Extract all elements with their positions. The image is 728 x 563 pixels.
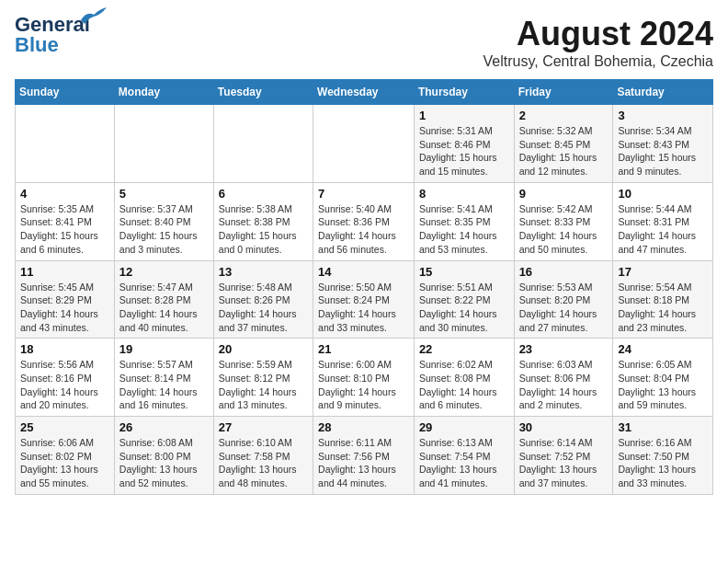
day-info: Sunrise: 5:47 AM Sunset: 8:28 PM Dayligh…	[119, 281, 209, 335]
day-number: 29	[419, 420, 509, 434]
day-of-week-header: Sunday	[16, 80, 115, 105]
calendar-cell: 5Sunrise: 5:37 AM Sunset: 8:40 PM Daylig…	[114, 182, 213, 260]
day-info: Sunrise: 6:03 AM Sunset: 8:06 PM Dayligh…	[519, 358, 609, 412]
day-number: 24	[618, 342, 708, 356]
day-number: 22	[419, 342, 509, 356]
day-info: Sunrise: 6:05 AM Sunset: 8:04 PM Dayligh…	[618, 358, 708, 412]
day-number: 12	[119, 265, 209, 279]
day-info: Sunrise: 6:02 AM Sunset: 8:08 PM Dayligh…	[419, 358, 509, 412]
day-info: Sunrise: 6:08 AM Sunset: 8:00 PM Dayligh…	[119, 436, 209, 490]
calendar-cell	[213, 105, 313, 183]
day-number: 16	[519, 265, 609, 279]
calendar-cell: 28Sunrise: 6:11 AM Sunset: 7:56 PM Dayli…	[313, 417, 415, 495]
day-number: 3	[618, 109, 708, 122]
day-number: 8	[419, 187, 509, 201]
day-info: Sunrise: 5:34 AM Sunset: 8:43 PM Dayligh…	[618, 124, 708, 178]
day-info: Sunrise: 5:59 AM Sunset: 8:12 PM Dayligh…	[219, 358, 308, 412]
calendar-cell	[313, 105, 415, 183]
day-number: 26	[119, 420, 209, 434]
calendar-week-row: 25Sunrise: 6:06 AM Sunset: 8:02 PM Dayli…	[16, 417, 713, 495]
logo-bird-icon	[81, 7, 107, 24]
day-info: Sunrise: 5:51 AM Sunset: 8:22 PM Dayligh…	[419, 281, 509, 335]
logo: General Blue	[15, 15, 90, 55]
day-info: Sunrise: 5:45 AM Sunset: 8:29 PM Dayligh…	[20, 281, 109, 335]
calendar-cell: 22Sunrise: 6:02 AM Sunset: 8:08 PM Dayli…	[414, 339, 514, 417]
day-number: 28	[318, 420, 409, 434]
day-info: Sunrise: 5:54 AM Sunset: 8:18 PM Dayligh…	[618, 281, 708, 335]
calendar-cell: 6Sunrise: 5:38 AM Sunset: 8:38 PM Daylig…	[213, 182, 313, 260]
calendar-cell: 23Sunrise: 6:03 AM Sunset: 8:06 PM Dayli…	[514, 339, 613, 417]
day-number: 2	[519, 109, 609, 122]
day-info: Sunrise: 6:00 AM Sunset: 8:10 PM Dayligh…	[318, 358, 409, 412]
day-of-week-header: Friday	[514, 80, 613, 105]
calendar-week-row: 18Sunrise: 5:56 AM Sunset: 8:16 PM Dayli…	[16, 339, 713, 417]
calendar-cell: 17Sunrise: 5:54 AM Sunset: 8:18 PM Dayli…	[613, 260, 713, 339]
calendar-cell: 25Sunrise: 6:06 AM Sunset: 8:02 PM Dayli…	[16, 417, 115, 495]
day-number: 23	[519, 342, 609, 356]
day-info: Sunrise: 5:56 AM Sunset: 8:16 PM Dayligh…	[20, 358, 109, 412]
day-number: 9	[519, 187, 609, 201]
day-info: Sunrise: 5:32 AM Sunset: 8:45 PM Dayligh…	[519, 124, 609, 178]
day-number: 21	[318, 342, 409, 356]
page-header: General Blue August 2024 Veltrusy, Centr…	[15, 15, 713, 70]
calendar-subtitle: Veltrusy, Central Bohemia, Czechia	[483, 53, 713, 70]
calendar-header-row: SundayMondayTuesdayWednesdayThursdayFrid…	[16, 80, 713, 105]
day-number: 5	[119, 187, 209, 201]
day-of-week-header: Wednesday	[313, 80, 415, 105]
calendar-cell: 2Sunrise: 5:32 AM Sunset: 8:45 PM Daylig…	[514, 105, 613, 183]
calendar-cell: 11Sunrise: 5:45 AM Sunset: 8:29 PM Dayli…	[16, 260, 115, 339]
calendar-cell: 9Sunrise: 5:42 AM Sunset: 8:33 PM Daylig…	[514, 182, 613, 260]
day-number: 15	[419, 265, 509, 279]
calendar-cell: 15Sunrise: 5:51 AM Sunset: 8:22 PM Dayli…	[414, 260, 514, 339]
day-info: Sunrise: 6:14 AM Sunset: 7:52 PM Dayligh…	[519, 436, 609, 490]
day-info: Sunrise: 6:10 AM Sunset: 7:58 PM Dayligh…	[219, 436, 308, 490]
calendar-cell: 3Sunrise: 5:34 AM Sunset: 8:43 PM Daylig…	[613, 105, 713, 183]
calendar-cell: 4Sunrise: 5:35 AM Sunset: 8:41 PM Daylig…	[16, 182, 115, 260]
day-info: Sunrise: 5:48 AM Sunset: 8:26 PM Dayligh…	[219, 281, 308, 335]
day-number: 4	[20, 187, 109, 201]
day-info: Sunrise: 6:13 AM Sunset: 7:54 PM Dayligh…	[419, 436, 509, 490]
day-info: Sunrise: 5:35 AM Sunset: 8:41 PM Dayligh…	[20, 202, 109, 257]
day-number: 19	[119, 342, 209, 356]
day-info: Sunrise: 6:06 AM Sunset: 8:02 PM Dayligh…	[20, 436, 109, 490]
day-of-week-header: Thursday	[414, 80, 514, 105]
calendar-cell: 1Sunrise: 5:31 AM Sunset: 8:46 PM Daylig…	[414, 105, 514, 183]
day-number: 7	[318, 187, 409, 201]
calendar-title: August 2024	[483, 15, 713, 53]
calendar-week-row: 1Sunrise: 5:31 AM Sunset: 8:46 PM Daylig…	[16, 105, 713, 183]
day-number: 27	[219, 420, 308, 434]
day-of-week-header: Tuesday	[213, 80, 313, 105]
day-info: Sunrise: 5:44 AM Sunset: 8:31 PM Dayligh…	[618, 202, 708, 257]
calendar-cell: 24Sunrise: 6:05 AM Sunset: 8:04 PM Dayli…	[613, 339, 713, 417]
day-number: 20	[219, 342, 308, 356]
calendar-cell: 19Sunrise: 5:57 AM Sunset: 8:14 PM Dayli…	[114, 339, 213, 417]
day-info: Sunrise: 5:40 AM Sunset: 8:36 PM Dayligh…	[318, 202, 409, 257]
calendar-cell: 14Sunrise: 5:50 AM Sunset: 8:24 PM Dayli…	[313, 260, 415, 339]
day-info: Sunrise: 5:57 AM Sunset: 8:14 PM Dayligh…	[119, 358, 209, 412]
day-number: 10	[618, 187, 708, 201]
calendar-cell: 18Sunrise: 5:56 AM Sunset: 8:16 PM Dayli…	[16, 339, 115, 417]
calendar-cell: 26Sunrise: 6:08 AM Sunset: 8:00 PM Dayli…	[114, 417, 213, 495]
title-block: August 2024 Veltrusy, Central Bohemia, C…	[483, 15, 713, 70]
calendar-cell: 8Sunrise: 5:41 AM Sunset: 8:35 PM Daylig…	[414, 182, 514, 260]
day-number: 18	[20, 342, 109, 356]
calendar-cell: 30Sunrise: 6:14 AM Sunset: 7:52 PM Dayli…	[514, 417, 613, 495]
calendar-cell: 7Sunrise: 5:40 AM Sunset: 8:36 PM Daylig…	[313, 182, 415, 260]
calendar-week-row: 11Sunrise: 5:45 AM Sunset: 8:29 PM Dayli…	[16, 260, 713, 339]
day-number: 25	[20, 420, 109, 434]
calendar-cell: 12Sunrise: 5:47 AM Sunset: 8:28 PM Dayli…	[114, 260, 213, 339]
calendar-cell	[114, 105, 213, 183]
calendar-cell: 29Sunrise: 6:13 AM Sunset: 7:54 PM Dayli…	[414, 417, 514, 495]
calendar-cell	[16, 105, 115, 183]
day-of-week-header: Monday	[114, 80, 213, 105]
day-info: Sunrise: 6:11 AM Sunset: 7:56 PM Dayligh…	[318, 436, 409, 490]
calendar-cell: 20Sunrise: 5:59 AM Sunset: 8:12 PM Dayli…	[213, 339, 313, 417]
day-number: 17	[618, 265, 708, 279]
day-of-week-header: Saturday	[613, 80, 713, 105]
calendar-cell: 31Sunrise: 6:16 AM Sunset: 7:50 PM Dayli…	[613, 417, 713, 495]
calendar-cell: 27Sunrise: 6:10 AM Sunset: 7:58 PM Dayli…	[213, 417, 313, 495]
day-info: Sunrise: 5:38 AM Sunset: 8:38 PM Dayligh…	[219, 202, 308, 257]
logo-text: General Blue	[15, 13, 90, 56]
calendar-cell: 21Sunrise: 6:00 AM Sunset: 8:10 PM Dayli…	[313, 339, 415, 417]
day-number: 31	[618, 420, 708, 434]
